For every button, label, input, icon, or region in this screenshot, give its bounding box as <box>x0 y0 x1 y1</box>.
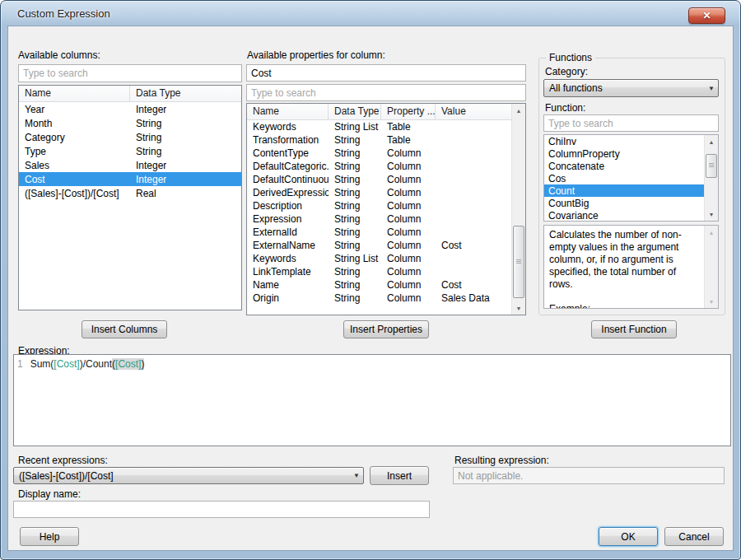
table-row[interactable]: Name String Column Cost <box>247 278 511 292</box>
chevron-down-icon: ▼ <box>350 472 363 479</box>
table-row[interactable]: Transformation String Table <box>247 133 511 147</box>
cell-datatype: String <box>329 226 381 238</box>
help-button[interactable]: Help <box>20 527 79 546</box>
function-list-item[interactable]: CountBig <box>544 197 704 209</box>
table-row[interactable]: Sales Integer <box>19 158 241 172</box>
columns-search-input[interactable] <box>18 64 242 82</box>
columns-table-body: Year Integer Month String Category Strin… <box>19 102 241 200</box>
category-label: Category: <box>545 66 588 77</box>
table-row[interactable]: Description String Column <box>247 199 511 212</box>
table-row[interactable]: Cost Integer <box>19 172 241 186</box>
code-token: [Cost] <box>115 358 141 370</box>
expression-editor[interactable]: 1Sum([Cost])/Count([Cost]) <box>13 354 731 446</box>
function-list-body: ChiInv ColumnProperty Concatenate Cos <box>544 135 704 222</box>
insert-columns-button[interactable]: Insert Columns <box>82 320 167 338</box>
function-list-item[interactable]: ColumnProperty <box>544 147 704 160</box>
function-list-item[interactable]: Cos <box>544 172 704 184</box>
close-button[interactable]: ✕ <box>688 7 725 24</box>
scroll-up-icon[interactable]: ▲ <box>705 135 718 148</box>
available-columns-label: Available columns: <box>18 49 100 61</box>
function-list-item[interactable]: Covariance <box>544 209 704 222</box>
table-row[interactable]: Keywords String List Table <box>247 120 511 133</box>
prop-header-datatype[interactable]: Data Type <box>329 104 381 119</box>
resulting-expression-label: Resulting expression: <box>454 455 549 466</box>
display-name-label: Display name: <box>18 488 81 500</box>
table-row[interactable]: Keywords String List Column <box>247 252 511 265</box>
code-token: )/Count <box>80 358 112 370</box>
column-header-datatype[interactable]: Data Type <box>130 86 241 101</box>
table-row[interactable]: Year Integer <box>19 102 241 116</box>
cell-datatype: Integer <box>130 174 166 185</box>
insert-recent-button[interactable]: Insert <box>370 466 429 485</box>
cell-propclass: Column <box>381 279 436 291</box>
titlebar[interactable]: Custom Expression ✕ <box>1 1 740 26</box>
table-row[interactable]: ([Sales]-[Cost])/[Cost] Real <box>19 186 241 200</box>
table-row[interactable]: DerivedExpression String Column <box>247 186 511 199</box>
properties-search-input[interactable] <box>246 84 526 101</box>
cell-name: Origin <box>247 292 329 304</box>
scrollbar-thumb[interactable] <box>513 226 524 297</box>
properties-table-header[interactable]: Name Data Type Property ... Value <box>247 104 511 120</box>
cell-datatype: String <box>329 134 381 146</box>
cell-propclass: Table <box>381 134 436 146</box>
scroll-down-icon[interactable]: ▼ <box>512 301 525 315</box>
recent-expression-value: ([Sales]-[Cost])/[Cost] <box>14 470 350 482</box>
columns-table[interactable]: Name Data Type Year Integer Month String <box>18 85 242 310</box>
properties-table-body: Keywords String List Table Transformatio… <box>247 120 511 305</box>
cell-value: Sales Data <box>436 292 490 304</box>
description-scrollbar[interactable]: ▲ ▼ <box>704 226 718 308</box>
function-list-item[interactable]: ChiInv <box>544 135 704 147</box>
table-row[interactable]: ContentType String Column <box>247 147 511 160</box>
properties-table[interactable]: Name Data Type Property ... Value Keywor… <box>246 103 526 315</box>
column-header-name[interactable]: Name <box>19 86 130 101</box>
expression-code: Sum([Cost])/Count([Cost]) <box>30 358 145 370</box>
cell-name: Name <box>247 279 329 291</box>
selected-column-field: Cost <box>246 64 526 82</box>
display-name-input[interactable] <box>13 501 430 518</box>
table-row[interactable]: Origin String Column Sales Data <box>247 292 511 305</box>
insert-function-button[interactable]: Insert Function <box>591 320 677 338</box>
function-list-item[interactable]: Concatenate <box>544 160 704 172</box>
category-value: All functions <box>544 82 705 94</box>
table-row[interactable]: Expression String Column <box>247 212 511 226</box>
properties-scrollbar[interactable]: ▲ ▼ <box>511 104 525 315</box>
table-row[interactable]: DefaultCategoric... String Column <box>247 160 511 173</box>
prop-header-value[interactable]: Value <box>436 104 511 119</box>
cell-propclass: Column <box>381 253 436 264</box>
table-row[interactable]: DefaultContinuou... String Column <box>247 173 511 186</box>
cell-name: Transformation <box>247 134 329 146</box>
function-list-item[interactable]: Count <box>544 184 704 197</box>
resulting-expression-field: Not applicable. <box>453 467 725 484</box>
table-row[interactable]: Category String <box>19 130 241 144</box>
close-icon: ✕ <box>702 11 711 21</box>
cell-datatype: String <box>329 147 381 159</box>
prop-header-name[interactable]: Name <box>247 104 329 119</box>
cell-name: DefaultCategoric... <box>247 161 329 172</box>
table-row[interactable]: Month String <box>19 116 241 130</box>
scroll-down-icon[interactable]: ▼ <box>705 208 718 221</box>
cell-datatype: String <box>329 174 381 185</box>
table-row[interactable]: ExternalName String Column Cost <box>247 239 511 252</box>
scroll-up-icon[interactable]: ▲ <box>512 104 525 117</box>
function-list-scrollbar[interactable]: ▲ ▼ <box>704 135 718 221</box>
table-row[interactable]: Type String <box>19 144 241 158</box>
cell-name: Expression <box>247 213 329 225</box>
category-dropdown[interactable]: All functions ▼ <box>543 79 719 97</box>
ok-button[interactable]: OK <box>599 527 658 546</box>
cell-name: Keywords <box>247 253 329 264</box>
cell-name: Year <box>19 104 130 115</box>
function-list[interactable]: ChiInv ColumnProperty Concatenate Cos <box>543 134 719 222</box>
prop-header-propclass[interactable]: Property ... <box>381 104 436 119</box>
insert-properties-button[interactable]: Insert Properties <box>343 320 429 338</box>
cell-datatype: Integer <box>130 160 166 171</box>
table-row[interactable]: ExternalId String Column <box>247 226 511 239</box>
function-search-input[interactable] <box>543 114 719 132</box>
table-row[interactable]: LinkTemplate String Column <box>247 265 511 278</box>
recent-expressions-dropdown[interactable]: ([Sales]-[Cost])/[Cost] ▼ <box>13 467 364 484</box>
columns-table-header[interactable]: Name Data Type <box>19 86 241 102</box>
scrollbar-thumb[interactable] <box>706 154 717 178</box>
cell-datatype: String <box>329 292 381 304</box>
cell-datatype: String <box>329 213 381 225</box>
cancel-button[interactable]: Cancel <box>664 527 724 546</box>
cell-datatype: String <box>130 118 161 129</box>
